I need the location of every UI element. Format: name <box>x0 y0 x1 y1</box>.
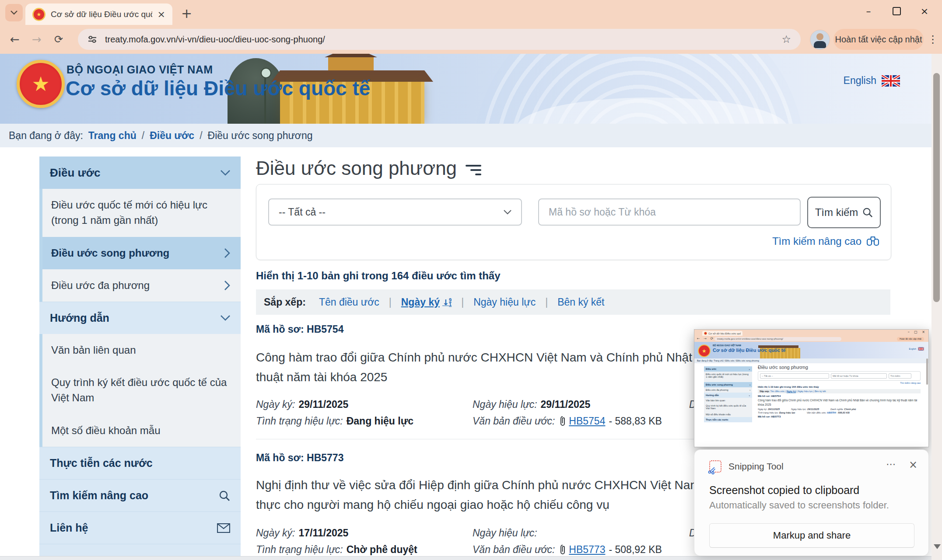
mini-tab-title: Cơ sở dữ liệu Điều ước quốc tế <box>708 332 741 335</box>
tab-search-button[interactable] <box>5 4 23 21</box>
record-meta-signed: Ngày ký:29/11/2025 <box>256 399 348 410</box>
toast-close-icon[interactable]: × <box>909 459 917 471</box>
sort-option-ben-ky-ket[interactable]: Bên ký kết <box>557 296 604 308</box>
file-size: - 508,92 KB <box>609 544 662 555</box>
sort-label: Sắp xếp: <box>264 296 306 308</box>
sidebar-item-thuc-tien[interactable]: Thực tiễn các nước <box>39 447 241 479</box>
sidebar-item-dieu-khoan[interactable]: Một số điều khoản mẫu <box>42 414 241 447</box>
sort-option-ten-dieu-uoc[interactable]: Tên điều ước <box>319 296 379 308</box>
file-link[interactable]: HB5754 <box>569 415 605 427</box>
markup-and-share-button[interactable]: Markup and share <box>709 523 914 548</box>
breadcrumb-separator: / <box>200 130 202 142</box>
profile-avatar[interactable] <box>810 30 830 50</box>
maximize-button[interactable] <box>882 0 910 22</box>
building-tower-roof <box>325 54 377 57</box>
chevron-down-icon <box>11 10 18 15</box>
keyword-input-wrap <box>538 198 801 226</box>
mini-org: BỘ NGOẠI GIAO VIỆT NAM <box>713 344 741 347</box>
mini-nav-icons: ← → ⟳ <box>697 337 714 341</box>
sidebar-label: Liên hệ <box>50 522 88 534</box>
close-window-button[interactable]: × <box>910 0 938 22</box>
advanced-search-label: Tìm kiếm nâng cao <box>772 235 861 247</box>
mini-tab-strip: Cơ sở dữ liệu Điều ước quốc tế – ▢ × <box>694 330 928 336</box>
sort-option-ngay-hieu-luc[interactable]: Ngày hiệu lực <box>473 296 536 308</box>
paperclip-icon <box>559 547 566 554</box>
reload-button[interactable]: ⟳ <box>51 31 67 47</box>
search-icon <box>219 490 230 501</box>
sidebar-label: Văn bản liên quan <box>51 344 136 356</box>
sidebar: Điều ước Điều ước quốc tế mới có hiệu lự… <box>39 157 241 560</box>
mini-update-pill: Hoàn tất việc cập nhật <box>897 337 924 341</box>
search-button[interactable]: Tìm kiếm <box>807 197 881 228</box>
toast-message: Screenshot copied to clipboard <box>709 484 859 497</box>
record-meta-signed: Ngày ký:17/11/2025 <box>256 527 348 539</box>
mini-url: treaty.mofa.gov.vn/vi-vn/dieu-uoc/dieu-u… <box>714 337 841 341</box>
breadcrumb-section-link[interactable]: Điều ước <box>150 130 194 142</box>
filter-icon[interactable] <box>466 165 481 175</box>
breadcrumb-current: Điều ước song phương <box>208 130 313 142</box>
language-switch[interactable]: English <box>844 75 900 87</box>
ministry-name: BỘ NGOẠI GIAO VIỆT NAM <box>67 63 213 76</box>
mini-toolbar: ← → ⟳ treaty.mofa.gov.vn/vi-vn/dieu-uoc/… <box>694 336 928 342</box>
bookmark-star-icon[interactable]: ☆ <box>781 33 791 45</box>
keyword-input[interactable] <box>548 206 791 219</box>
sidebar-item-quy-trinh[interactable]: Quy trình ký kết điều ước quốc tế của Vi… <box>42 366 241 414</box>
file-link[interactable]: HB5773 <box>569 544 605 555</box>
sidebar-item-moi-hieu-luc[interactable]: Điều ước quốc tế mới có hiệu lực (trong … <box>42 189 241 237</box>
sidebar-label: Điều ước song phương <box>51 247 169 259</box>
page-scrollbar[interactable] <box>931 54 942 560</box>
mini-window-controls: – ▢ × <box>908 330 927 334</box>
sort-option-ngay-ky[interactable]: Ngày ký ↓ 91 <box>401 296 452 308</box>
sidebar-item-song-phuong[interactable]: Điều ước song phương <box>42 237 241 269</box>
mini-language: English <box>909 348 916 350</box>
envelope-icon <box>217 523 230 533</box>
sort-pipe: | <box>545 296 548 308</box>
record-code: Mã hồ sơ: HB5754 <box>256 323 343 335</box>
search-panel: -- Tất cả -- Tìm kiếm Tìm kiếm nâng cao <box>256 184 891 260</box>
chevron-down-icon <box>221 170 230 176</box>
chrome-update-button[interactable]: Hoàn tất việc cập nhật <box>833 29 924 50</box>
advanced-search-link[interactable]: Tìm kiếm nâng cao <box>772 235 879 247</box>
search-button-label: Tìm kiếm <box>815 206 858 219</box>
sidebar-item-tim-kiem-nang-cao[interactable]: Tìm kiếm nâng cao <box>39 479 241 511</box>
window-controls: – × <box>854 0 938 22</box>
sidebar-item-da-phuong[interactable]: Điều ước đa phương <box>42 269 241 302</box>
uk-flag-icon <box>882 75 900 87</box>
minimize-button[interactable]: – <box>854 0 882 22</box>
language-label[interactable]: English <box>844 75 876 87</box>
tab-close-icon[interactable]: × <box>158 10 165 19</box>
forward-button[interactable]: → <box>29 31 45 47</box>
filter-select[interactable]: -- Tất cả -- <box>268 198 522 226</box>
breadcrumb-home-link[interactable]: Trang chủ <box>88 130 137 142</box>
url-bar[interactable]: treaty.mofa.gov.vn/vi-vn/dieu-uoc/dieu-u… <box>78 29 801 50</box>
toast-header: Snipping Tool <box>709 460 784 473</box>
browser-tab[interactable]: ★ Cơ sở dữ liệu Điều ước quốc tế × <box>25 3 172 25</box>
mini-favicon <box>704 332 707 335</box>
site-info-icon[interactable] <box>88 35 97 43</box>
sidebar-label: Tìm kiếm nâng cao <box>50 489 148 502</box>
sidebar-item-dieu-uoc[interactable]: Điều ước <box>39 157 241 189</box>
avatar-body <box>814 41 826 48</box>
mini-site-title: Cơ sở dữ liệu Điều ước quốc tế <box>713 348 786 353</box>
filter-select-value: -- Tất cả -- <box>279 206 326 218</box>
scrollbar-down-arrow[interactable] <box>934 544 941 549</box>
breadcrumb: Bạn đang ở đây: Trang chủ / Điều ước / Đ… <box>0 124 942 147</box>
new-tab-button[interactable]: + <box>181 6 192 21</box>
binoculars-icon <box>867 236 879 247</box>
chevron-right-icon <box>224 281 230 290</box>
mini-uk-flag-icon <box>918 347 924 351</box>
sidebar-item-lien-he[interactable]: Liên hệ <box>39 511 241 544</box>
sidebar-item-huong-dan[interactable]: Hướng dẫn <box>39 302 241 334</box>
browser-menu-icon[interactable]: ⋮ <box>926 31 940 47</box>
sidebar-label: Điều ước quốc tế mới có hiệu lực (trong … <box>51 198 230 228</box>
record-code: Mã hồ sơ: HB5773 <box>256 452 343 464</box>
sidebar-submenu-treaties: Điều ước quốc tế mới có hiệu lực (trong … <box>39 189 241 302</box>
toast-more-icon[interactable]: ⋯ <box>886 459 896 470</box>
scrollbar-thumb[interactable] <box>933 73 940 302</box>
sidebar-item-van-ban[interactable]: Văn bản liên quan <box>42 334 241 366</box>
screenshot-preview-window[interactable]: Cơ sở dữ liệu Điều ước quốc tế – ▢ × ← →… <box>694 329 929 447</box>
mini-main: Điều ước song phương -- Tất cả -- Mã hồ … <box>758 365 921 418</box>
site-title: Cơ sở dữ liệu Điều ước quốc tế <box>66 77 370 100</box>
back-button[interactable]: ← <box>7 31 23 47</box>
chevron-down-icon <box>221 315 230 321</box>
